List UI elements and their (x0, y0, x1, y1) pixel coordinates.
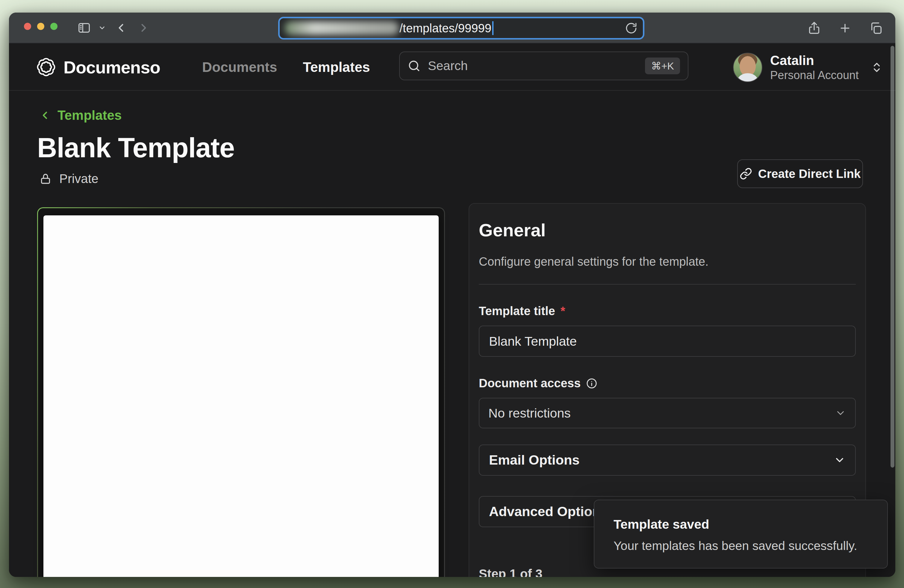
template-preview-card (37, 207, 445, 577)
toast-notification[interactable]: Template saved Your templates has been s… (594, 499, 888, 569)
traffic-lights (24, 23, 57, 30)
brand-name: Documenso (63, 57, 160, 77)
create-direct-link-button[interactable]: Create Direct Link (737, 160, 863, 188)
desktop-background: { "browser": { "url_path": "/templates/9… (0, 0, 904, 588)
zoom-icon[interactable] (50, 23, 57, 30)
settings-heading: General (479, 220, 856, 240)
search-bar[interactable]: ⌘+K (399, 52, 688, 80)
link-icon (740, 168, 752, 180)
template-title-label: Template title * (479, 304, 856, 318)
search-icon (408, 59, 421, 73)
chevron-down-icon (834, 454, 846, 466)
toolbar-right-icons (807, 13, 883, 43)
avatar (733, 53, 762, 82)
share-icon[interactable] (807, 21, 821, 35)
toast-body: Your templates has been saved successful… (613, 539, 868, 553)
document-access-value: No restrictions (488, 406, 571, 420)
divider (479, 284, 856, 285)
browser-window: /templates/99999 (9, 13, 895, 577)
chevron-down-icon (835, 407, 846, 419)
account-name: Catalin (770, 53, 859, 68)
settings-description: Configure general settings for the templ… (479, 255, 856, 269)
url-path: /templates/99999 (400, 22, 492, 35)
email-options-label: Email Options (489, 452, 580, 468)
advanced-options-label: Advanced Options (489, 504, 608, 519)
text-caret (492, 21, 493, 35)
create-direct-link-label: Create Direct Link (758, 167, 861, 181)
account-menu[interactable]: Catalin Personal Account (733, 53, 883, 82)
nav-templates[interactable]: Templates (303, 59, 370, 75)
search-shortcut-badge: ⌘+K (645, 57, 680, 74)
sidebar-icon[interactable] (77, 21, 91, 35)
account-type: Personal Account (770, 68, 859, 82)
search-input[interactable] (428, 59, 638, 73)
tab-group-chevron-icon[interactable] (98, 24, 106, 32)
close-icon[interactable] (24, 23, 31, 30)
minimize-icon[interactable] (37, 23, 44, 30)
app-header: Documenso Documents Templates ⌘+K Catali… (9, 43, 895, 91)
chevron-left-icon (39, 109, 51, 121)
redacted-url-host (284, 21, 399, 35)
step-indicator: Step 1 of 3 (479, 567, 542, 577)
lock-icon (40, 173, 52, 185)
chevron-expand-icon (871, 62, 883, 73)
tab-overview-icon[interactable] (869, 21, 883, 35)
visibility-badge: Private (40, 172, 98, 186)
main-nav: Documents Templates (202, 43, 370, 91)
app-viewport: Documenso Documents Templates ⌘+K Catali… (9, 43, 895, 577)
documenso-logo-icon (36, 57, 56, 77)
email-options-section[interactable]: Email Options (479, 444, 856, 476)
new-tab-icon[interactable] (838, 22, 852, 35)
info-icon[interactable] (586, 378, 597, 389)
brand[interactable]: Documenso (36, 43, 160, 91)
breadcrumb-label: Templates (57, 108, 122, 123)
page-title: Blank Template (37, 132, 234, 164)
template-title-input[interactable] (479, 326, 856, 357)
browser-toolbar: /templates/99999 (9, 13, 895, 43)
breadcrumb[interactable]: Templates (39, 108, 122, 123)
document-access-select[interactable]: No restrictions (479, 398, 856, 428)
forward-icon[interactable] (137, 21, 150, 35)
toast-title: Template saved (613, 517, 868, 532)
reload-icon[interactable] (625, 22, 637, 35)
scrollbar-thumb[interactable] (891, 46, 895, 468)
document-page[interactable] (43, 215, 439, 577)
nav-documents[interactable]: Documents (202, 59, 277, 75)
address-bar[interactable]: /templates/99999 (278, 17, 645, 40)
required-asterisk: * (561, 304, 565, 318)
visibility-label: Private (59, 172, 98, 186)
document-access-label: Document access (479, 376, 856, 390)
back-icon[interactable] (114, 21, 128, 35)
